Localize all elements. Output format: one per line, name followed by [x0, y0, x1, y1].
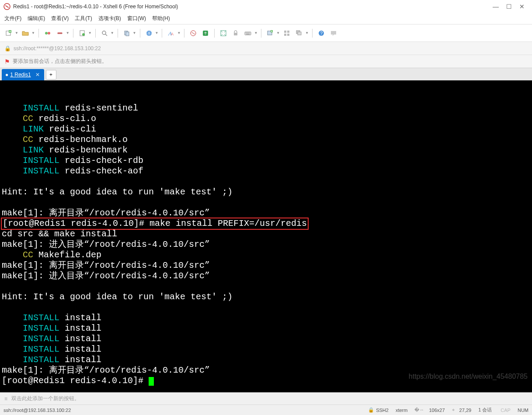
disconnect-icon[interactable] — [55, 28, 65, 38]
terminal-line: CC redis-benchmark.o — [2, 135, 530, 145]
terminal-line: make[1]: 离开目录“/root/redis-4.0.10/src” — [2, 208, 530, 218]
dropdown-icon[interactable]: ▼ — [31, 31, 35, 35]
terminal-line: INSTALL install — [2, 323, 530, 334]
terminal[interactable]: INSTALL redis-sentinel CC redis-cli.o LI… — [0, 80, 532, 392]
svg-rect-18 — [245, 32, 251, 35]
dropdown-icon[interactable]: ▼ — [155, 31, 159, 35]
svg-text:A: A — [171, 32, 174, 36]
hint-text: 要添加当前会话，点击左侧的箭头按钮。 — [13, 58, 107, 65]
xftp-icon[interactable] — [200, 28, 211, 38]
dropdown-icon[interactable]: ▼ — [305, 31, 309, 35]
cascade-icon[interactable] — [294, 28, 304, 38]
lock-icon[interactable] — [230, 28, 241, 38]
terminal-line: INSTALL install — [2, 355, 530, 365]
minimize-button[interactable]: — — [489, 3, 502, 10]
status-num: NUM — [518, 408, 529, 413]
toolbar: ▼ ▼ ▼ ▼ ▼ ▼ ▼ AA▼ ▼ ▼ ▼ ? — [0, 24, 532, 42]
app-icon — [3, 3, 10, 10]
svg-text:?: ? — [320, 31, 323, 36]
lock-icon: 🔒 — [4, 45, 11, 52]
globe-icon[interactable] — [144, 28, 154, 38]
svg-rect-21 — [284, 31, 286, 33]
toolbar-divider — [261, 29, 261, 38]
open-folder-icon[interactable] — [20, 28, 31, 38]
new-session-icon[interactable] — [3, 28, 14, 38]
dropdown-icon[interactable]: ▼ — [177, 31, 181, 35]
status-pos: ⌖ 27,29 — [452, 407, 472, 413]
search-icon[interactable] — [99, 28, 110, 38]
lock-icon: 🔒 — [368, 407, 374, 413]
address-text: ssh://root:******@192.168.153.100:22 — [14, 45, 101, 52]
tab-redis1[interactable]: ● 1 Redis1 ✕ — [2, 69, 44, 80]
terminal-line: LINK redis-benchmark — [2, 145, 530, 156]
menu-edit[interactable]: 编辑(E) — [28, 15, 45, 22]
menu-window[interactable]: 窗口(W) — [127, 15, 146, 22]
dropdown-icon[interactable]: ▼ — [133, 31, 136, 35]
tab-close-icon[interactable]: ✕ — [35, 72, 40, 78]
terminal-line — [2, 281, 530, 292]
dropdown-icon[interactable]: ▼ — [15, 31, 18, 35]
terminal-line: cd src && make install — [2, 229, 530, 239]
add-tab-button[interactable]: + — [46, 70, 56, 80]
terminal-line: Hint: It's a good idea to run 'make test… — [2, 187, 530, 197]
dropdown-icon[interactable]: ▼ — [66, 31, 70, 35]
svg-point-8 — [102, 31, 106, 35]
help-icon[interactable]: ? — [316, 28, 327, 38]
terminal-line: Hint: It's a good idea to run 'make test… — [2, 292, 530, 302]
menu-view[interactable]: 查看(V) — [51, 15, 69, 22]
terminal-line: INSTALL install — [2, 334, 530, 344]
new-window-icon[interactable] — [265, 28, 275, 38]
svg-rect-17 — [234, 33, 237, 35]
terminal-line: INSTALL redis-check-aof — [2, 166, 530, 176]
xshell-icon[interactable] — [188, 28, 198, 38]
tab-label: 1 Redis1 — [10, 72, 31, 78]
status-cap: CAP — [501, 408, 511, 413]
menu-file[interactable]: 文件(F) — [4, 15, 21, 22]
window-title: Redis1 - root@Redis1:~/redis-4.0.10 - Xs… — [13, 3, 489, 10]
menu-tabs[interactable]: 选项卡(B) — [98, 15, 121, 22]
bottom-hint-text: 双击此处添加一个新的按钮。 — [11, 395, 80, 402]
toolbar-divider — [312, 29, 313, 38]
address-bar[interactable]: 🔒 ssh://root:******@192.168.153.100:22 — [0, 42, 532, 55]
dropdown-icon[interactable]: ▼ — [88, 31, 92, 35]
terminal-line: make[1]: 进入目录“/root/redis-4.0.10/src” — [2, 239, 530, 250]
tab-strip: ● 1 Redis1 ✕ + — [0, 68, 532, 80]
svg-rect-10 — [126, 32, 129, 36]
terminal-line — [2, 302, 530, 313]
terminal-line: INSTALL install — [2, 313, 530, 323]
reconnect-icon[interactable] — [42, 28, 53, 38]
status-term: xterm — [396, 408, 408, 413]
tile-icon[interactable] — [282, 28, 292, 38]
chat-icon[interactable] — [328, 28, 339, 38]
terminal-line: LINK redis-cli — [2, 124, 530, 135]
tab-status-icon: ● — [5, 72, 8, 78]
maximize-button[interactable]: ☐ — [502, 3, 515, 10]
toolbar-divider — [140, 29, 140, 38]
status-protocol: 🔒SSH2 — [368, 407, 389, 413]
toolbar-divider — [184, 29, 184, 38]
terminal-line: CC Makefile.dep — [2, 250, 530, 260]
toolbar-divider — [214, 29, 215, 38]
dropdown-icon[interactable]: ▼ — [111, 31, 114, 35]
fullscreen-icon[interactable] — [218, 28, 229, 38]
svg-rect-23 — [284, 34, 286, 36]
flag-icon: ⚑ — [4, 58, 10, 65]
dropdown-icon[interactable]: ▼ — [254, 31, 257, 35]
status-size: �↔ 106x27 — [414, 407, 445, 413]
svg-point-4 — [48, 32, 50, 35]
keyboard-icon[interactable] — [243, 28, 253, 38]
dropdown-icon[interactable]: ▼ — [276, 31, 280, 35]
toolbar-divider — [95, 29, 96, 38]
bottom-hint-bar[interactable]: ≡ 双击此处添加一个新的按钮。 — [0, 392, 532, 405]
close-button[interactable]: ✕ — [515, 3, 529, 10]
properties-icon[interactable] — [77, 28, 87, 38]
copy-icon[interactable] — [122, 28, 132, 38]
font-icon[interactable]: AA — [166, 28, 176, 38]
menu-tools[interactable]: 工具(T) — [75, 15, 92, 22]
svg-point-7 — [82, 33, 85, 36]
titlebar: Redis1 - root@Redis1:~/redis-4.0.10 - Xs… — [0, 0, 532, 13]
toolbar-divider — [162, 29, 162, 38]
terminal-line: make[1]: 进入目录“/root/redis-4.0.10/src” — [2, 271, 530, 281]
menu-help[interactable]: 帮助(H) — [152, 15, 170, 22]
hint-bar: ⚑ 要添加当前会话，点击左侧的箭头按钮。 — [0, 55, 532, 68]
